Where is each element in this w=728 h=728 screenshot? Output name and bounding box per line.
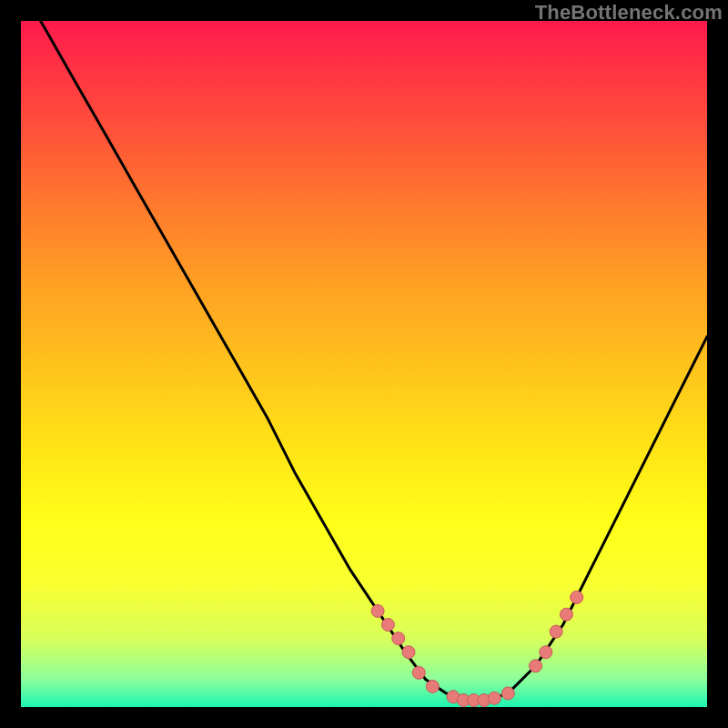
watermark-text: TheBottleneck.com — [535, 1, 723, 25]
svg-point-11 — [501, 687, 514, 700]
svg-point-1 — [381, 619, 394, 632]
svg-point-0 — [371, 604, 384, 617]
chart-svg — [21, 21, 707, 707]
svg-point-5 — [426, 680, 439, 693]
curve-markers — [371, 591, 583, 706]
svg-point-12 — [530, 660, 542, 672]
svg-point-14 — [550, 625, 562, 638]
svg-point-13 — [540, 646, 552, 659]
chart-frame — [21, 21, 707, 707]
svg-point-2 — [392, 632, 405, 645]
svg-point-16 — [571, 591, 583, 603]
svg-point-15 — [560, 608, 572, 621]
svg-point-10 — [488, 692, 500, 704]
curve-line — [21, 21, 707, 701]
svg-point-4 — [412, 666, 425, 679]
svg-point-3 — [402, 646, 415, 659]
